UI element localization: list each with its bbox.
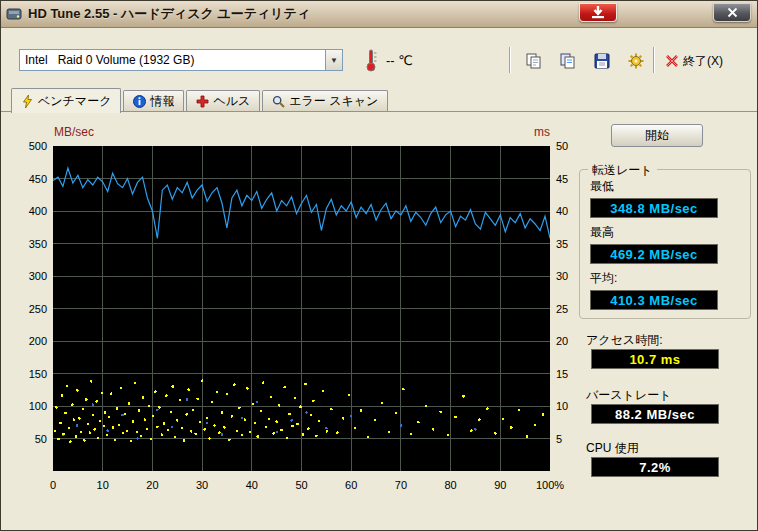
axis-tick-label: 250	[29, 303, 47, 315]
toolbar-separator	[509, 47, 510, 73]
axis-tick-label: 50	[556, 140, 568, 152]
close-button[interactable]	[713, 3, 751, 22]
temperature-unit: ℃	[398, 53, 413, 68]
screenshot-copy-icon	[559, 52, 577, 70]
axis-tick-label: 400	[29, 205, 47, 217]
axis-tick-label: 450	[29, 173, 47, 185]
axis-tick-label: 30	[556, 270, 568, 282]
axis-tick-label: 35	[556, 238, 568, 250]
cpu-usage-label: CPU 使用	[586, 440, 639, 457]
titlebar[interactable]: HD Tune 2.55 - ハードディスク ユーティリティ	[1, 1, 757, 28]
save-button[interactable]	[587, 47, 617, 75]
max-value: 469.2 MB/sec	[590, 244, 718, 264]
download-button[interactable]	[579, 3, 617, 22]
min-label: 最低	[590, 178, 614, 195]
axis-tick-label: 300	[29, 270, 47, 282]
transfer-rate-group: 転送レート 最低 348.8 MB/sec 最高 469.2 MB/sec 平均…	[579, 169, 751, 319]
hd-tune-window: HD Tune 2.55 - ハードディスク ユーティリティ Intel Rai…	[0, 0, 758, 531]
axis-tick-label: 45	[556, 173, 568, 185]
axis-tick-label: 200	[29, 335, 47, 347]
axis-tick-label: 15	[556, 368, 568, 380]
screenshot-copy-button[interactable]	[553, 47, 583, 75]
results-panel: 開始 転送レート 最低 348.8 MB/sec 最高 469.2 MB/sec…	[576, 113, 756, 528]
axis-tick-label: 40	[556, 205, 568, 217]
temperature-readout: -- ℃	[386, 53, 413, 68]
max-label: 最高	[590, 224, 614, 241]
copy-button[interactable]	[519, 47, 549, 75]
health-cross-icon	[196, 95, 209, 108]
axis-tick-label: 150	[29, 368, 47, 380]
axis-tick-label: 80	[444, 479, 456, 491]
axis-tick-label: 20	[556, 335, 568, 347]
axis-tick-label: 20	[146, 479, 158, 491]
axis-tick-label: 40	[246, 479, 258, 491]
axis-tick-label: 50	[35, 433, 47, 445]
magnifier-icon	[272, 95, 285, 108]
min-value: 348.8 MB/sec	[590, 198, 718, 218]
options-gear-icon	[627, 52, 645, 70]
temperature-value: --	[386, 53, 395, 68]
axis-tick-label: 100%	[536, 479, 564, 491]
burst-rate-value: 88.2 MB/sec	[591, 404, 719, 424]
start-button[interactable]: 開始	[611, 124, 703, 147]
exit-button[interactable]: 終了(X)	[661, 49, 727, 73]
axis-tick-label: 70	[395, 479, 407, 491]
info-icon	[133, 95, 146, 108]
copy-icon	[525, 52, 543, 70]
access-time-value: 10.7 ms	[591, 349, 719, 369]
tabstrip: ベンチマーク 情報 ヘルス エラー スキャン	[11, 88, 390, 111]
axis-tick-label: 25	[556, 303, 568, 315]
burst-rate-label: バーストレート	[586, 387, 671, 404]
tab-benchmark[interactable]: ベンチマーク	[11, 88, 121, 113]
benchmark-chart-region: MB/sec ms 500450400350300250200150100505…	[1, 113, 576, 525]
lightning-icon	[21, 95, 34, 108]
download-icon	[590, 6, 606, 19]
chevron-down-icon[interactable]: ▼	[325, 50, 342, 70]
axis-tick-label: 50	[295, 479, 307, 491]
axis-tick-label: 5	[556, 433, 562, 445]
axis-tick-label: 100	[29, 400, 47, 412]
tab-error-scan-label: エラー スキャン	[289, 93, 378, 110]
axis-tick-label: 0	[50, 479, 56, 491]
transfer-rate-group-label: 転送レート	[588, 162, 657, 179]
axis-tick-label: 30	[196, 479, 208, 491]
tab-benchmark-label: ベンチマーク	[38, 93, 111, 110]
exit-icon	[665, 54, 679, 68]
access-time-label: アクセス時間:	[586, 332, 662, 349]
drive-selector[interactable]: Intel Raid 0 Volume (1932 GB) ▼	[19, 49, 343, 71]
benchmark-plot-area	[53, 146, 550, 471]
avg-label: 平均:	[590, 270, 617, 287]
axis-tick-label: 60	[345, 479, 357, 491]
toolbar-separator	[653, 47, 654, 73]
axis-tick-label: 500	[29, 140, 47, 152]
close-icon	[727, 7, 738, 18]
axis-tick-label: 10	[556, 400, 568, 412]
exit-label: 終了(X)	[683, 53, 723, 70]
axis-tick-label: 350	[29, 238, 47, 250]
tab-health[interactable]: ヘルス	[186, 90, 260, 111]
y-axis-unit-left: MB/sec	[54, 125, 94, 139]
thermometer-icon	[364, 48, 378, 72]
axis-tick-label: 90	[494, 479, 506, 491]
app-icon	[6, 6, 22, 22]
tab-error-scan[interactable]: エラー スキャン	[262, 90, 388, 111]
axis-tick-label: 10	[97, 479, 109, 491]
drive-selector-value: Intel Raid 0 Volume (1932 GB)	[20, 53, 325, 67]
save-icon	[593, 52, 611, 70]
window-title: HD Tune 2.55 - ハードディスク ユーティリティ	[28, 5, 310, 23]
benchmark-plot	[53, 146, 550, 471]
y-axis-unit-right: ms	[534, 125, 550, 139]
options-button[interactable]	[621, 47, 651, 75]
tab-health-label: ヘルス	[213, 93, 250, 110]
tab-info-label: 情報	[150, 93, 174, 110]
avg-value: 410.3 MB/sec	[590, 290, 718, 310]
cpu-usage-value: 7.2%	[591, 457, 719, 477]
tab-info[interactable]: 情報	[123, 90, 184, 111]
